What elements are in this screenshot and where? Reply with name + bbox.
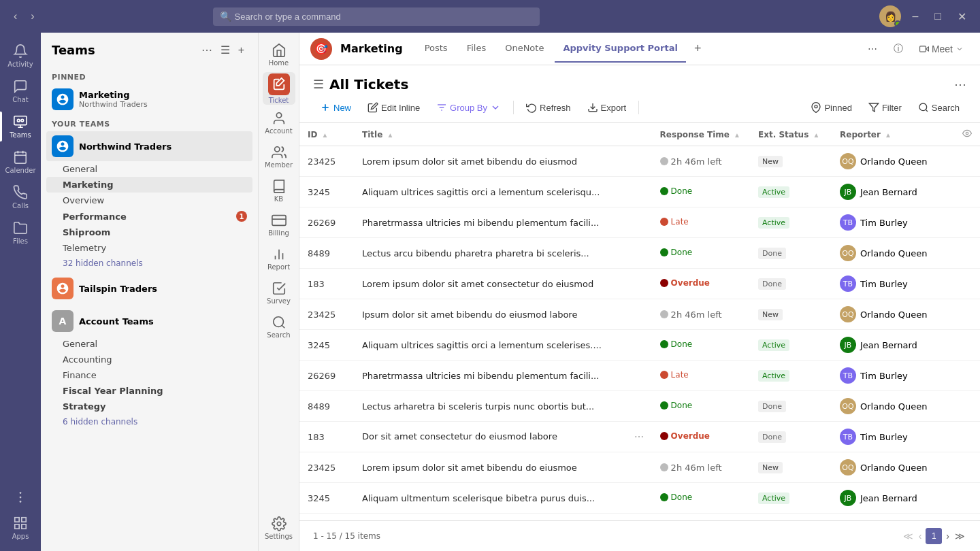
svg-point-34 bbox=[919, 103, 927, 111]
app-sidebar: Home Ticket Account Member KB Billing bbox=[259, 33, 299, 551]
reporter-avatar: OQ bbox=[840, 245, 856, 261]
nav-forward-button[interactable]: › bbox=[25, 7, 39, 25]
channel-performance[interactable]: Performance 1 bbox=[46, 208, 252, 224]
team-actions-tailspin: ⋯ bbox=[232, 282, 247, 295]
reporter-name: Orlando Queen bbox=[860, 248, 927, 258]
new-button[interactable]: New bbox=[313, 98, 358, 117]
channel-telemetry[interactable]: Telemetry bbox=[46, 240, 252, 256]
new-label: New bbox=[333, 103, 351, 113]
tab-actions: ⋯ ⓘ Meet bbox=[862, 40, 969, 58]
page-next-button[interactable]: › bbox=[945, 529, 951, 543]
close-button[interactable]: ✕ bbox=[952, 7, 972, 26]
channel-general-northwind[interactable]: General bbox=[46, 161, 252, 177]
app-member-label: Member bbox=[265, 161, 293, 169]
id-filter-button[interactable]: ▲ bbox=[321, 131, 330, 139]
nav-calendar[interactable]: Calender bbox=[0, 144, 41, 180]
maximize-button[interactable]: □ bbox=[929, 7, 947, 25]
pinned-button[interactable]: Pinned bbox=[804, 98, 858, 117]
tab-files[interactable]: Files bbox=[459, 35, 495, 63]
sidebar-add-button[interactable]: + bbox=[235, 41, 247, 59]
tab-more-button[interactable]: ⋯ bbox=[862, 41, 883, 57]
export-button[interactable]: Export bbox=[581, 98, 634, 117]
northwind-hidden-channels[interactable]: 32 hidden channels bbox=[46, 256, 252, 271]
reporter-filter-button[interactable]: ▲ bbox=[883, 131, 893, 139]
team-item-account[interactable]: A Account Teams ⋯ bbox=[46, 306, 252, 336]
meet-button[interactable]: Meet bbox=[914, 41, 969, 57]
channel-marketing[interactable]: Marketing bbox=[46, 177, 252, 193]
cell-eye bbox=[954, 269, 980, 299]
channel-accounting[interactable]: Accounting bbox=[46, 352, 252, 367]
tab-onenote[interactable]: OneNote bbox=[497, 35, 552, 63]
cell-response: Overdue bbox=[652, 269, 750, 299]
nav-files[interactable]: Files bbox=[0, 215, 41, 250]
row-more-button[interactable]: ⋯ bbox=[634, 431, 644, 442]
app-billing[interactable]: Billing bbox=[263, 208, 295, 241]
app-account[interactable]: Account bbox=[263, 106, 295, 139]
cell-ext-status: New bbox=[750, 146, 832, 177]
page-last-button[interactable]: ≫ bbox=[953, 529, 966, 543]
channel-strategy[interactable]: Strategy bbox=[46, 399, 252, 414]
reporter-name: Tim Burley bbox=[860, 432, 908, 442]
search-action-button[interactable]: Search bbox=[911, 98, 966, 117]
minimize-button[interactable]: – bbox=[906, 7, 924, 25]
tab-info-button[interactable]: ⓘ bbox=[888, 40, 909, 58]
page-1-button[interactable]: 1 bbox=[926, 528, 942, 544]
col-header-eye bbox=[954, 123, 980, 146]
page-first-button[interactable]: ≪ bbox=[902, 529, 915, 543]
tab-posts[interactable]: Posts bbox=[416, 35, 456, 63]
nav-apps-label: Apps bbox=[12, 533, 29, 540]
app-report[interactable]: Report bbox=[263, 242, 295, 275]
team-item-tailspin[interactable]: Tailspin Traders ⋯ bbox=[46, 273, 252, 303]
team-item-northwind[interactable]: Northwind Traders ⋯ bbox=[46, 131, 252, 161]
nav-back-button[interactable]: ‹ bbox=[8, 7, 22, 25]
app-survey[interactable]: Survey bbox=[263, 276, 295, 309]
channel-general-account[interactable]: General bbox=[46, 336, 252, 352]
app-ticket[interactable]: Ticket bbox=[263, 72, 295, 105]
app-member[interactable]: Member bbox=[263, 140, 295, 173]
nav-teams[interactable]: Teams bbox=[0, 109, 41, 144]
ticket-header-more-button[interactable]: ⋯ bbox=[954, 77, 966, 92]
cell-ext-status: New bbox=[750, 299, 832, 330]
channel-fiscal-year[interactable]: Fiscal Year Planning bbox=[46, 383, 252, 399]
group-by-button[interactable]: Group By bbox=[429, 98, 508, 117]
response-filter-button[interactable]: ▲ bbox=[732, 131, 742, 139]
account-hidden-channels[interactable]: 6 hidden channels bbox=[46, 414, 252, 429]
search-input[interactable] bbox=[213, 7, 540, 26]
channel-finance[interactable]: Finance bbox=[46, 367, 252, 383]
tab-portal[interactable]: Appvity Support Portal bbox=[555, 35, 685, 63]
channel-overview[interactable]: Overview bbox=[46, 193, 252, 208]
app-home[interactable]: Home bbox=[263, 38, 295, 71]
collapse-button[interactable]: ☰ bbox=[313, 77, 324, 92]
refresh-button[interactable]: Refresh bbox=[519, 98, 578, 117]
table-row: 8489 Lectus arcu bibendu pharetra pharet… bbox=[299, 238, 980, 269]
edit-inline-button[interactable]: Edit Inline bbox=[361, 98, 427, 117]
reporter-avatar: OQ bbox=[840, 459, 856, 475]
sidebar-more-button[interactable]: ⋯ bbox=[199, 41, 215, 59]
cell-eye bbox=[954, 238, 980, 269]
nav-calls[interactable]: Calls bbox=[0, 180, 41, 215]
title-filter-button[interactable]: ▲ bbox=[385, 131, 395, 139]
app-search[interactable]: Search bbox=[263, 310, 295, 343]
cell-ext-status: Active bbox=[750, 330, 832, 361]
user-avatar[interactable]: 👩 bbox=[879, 5, 901, 27]
nav-apps[interactable]: Apps bbox=[0, 510, 41, 546]
channel-shiproom[interactable]: Shiproom bbox=[46, 224, 252, 240]
nav-more[interactable] bbox=[0, 484, 41, 510]
nav-chat[interactable]: Chat bbox=[0, 73, 41, 109]
app-settings[interactable]: Settings bbox=[263, 512, 295, 544]
table-row: 3245 Aliquam ultrices sagittis orci a le… bbox=[299, 177, 980, 207]
cell-eye bbox=[954, 483, 980, 514]
sidebar-filter-button[interactable]: ☰ bbox=[218, 41, 233, 59]
svg-marker-24 bbox=[926, 47, 928, 51]
page-prev-button[interactable]: ‹ bbox=[917, 529, 924, 543]
team-group-tailspin: Tailspin Traders ⋯ bbox=[46, 273, 252, 303]
team-item-marketing-pinned[interactable]: Marketing Northwind Traders bbox=[46, 84, 252, 114]
tab-add-button[interactable]: + bbox=[689, 39, 707, 59]
team-info-northwind: Northwind Traders bbox=[79, 141, 227, 152]
filter-button[interactable]: Filter bbox=[862, 98, 909, 117]
app-kb[interactable]: KB bbox=[263, 174, 295, 207]
ext-status-filter-button[interactable]: ▲ bbox=[812, 131, 821, 139]
cell-reporter: JB Jean Bernard bbox=[832, 483, 954, 514]
nav-activity[interactable]: Activity bbox=[0, 38, 41, 73]
topbar: ‹ › 🔍 👩 – □ ✕ bbox=[0, 0, 980, 33]
